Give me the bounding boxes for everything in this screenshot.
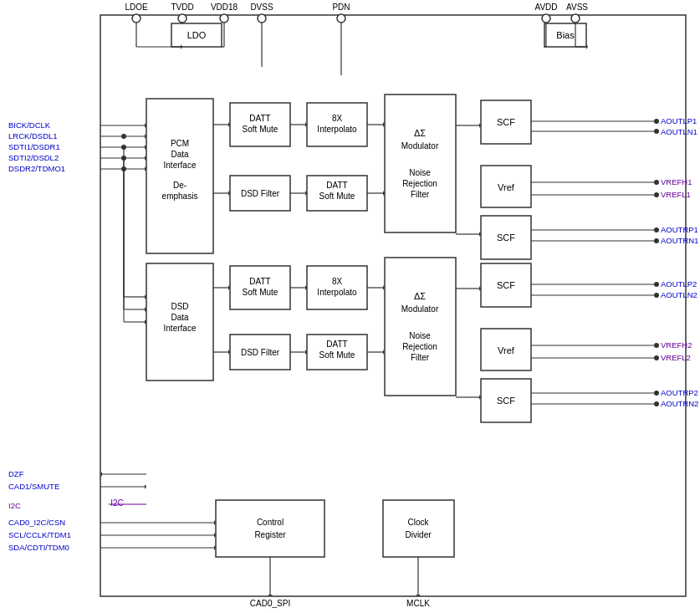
svg-text:Register: Register	[254, 530, 286, 539]
svg-text:Modulator: Modulator	[401, 141, 439, 151]
svg-text:DVSS: DVSS	[250, 3, 273, 12]
svg-text:AVSS: AVSS	[566, 3, 588, 12]
svg-text:Noise: Noise	[409, 168, 431, 177]
svg-rect-18	[146, 263, 213, 381]
svg-text:Clock: Clock	[407, 518, 429, 527]
svg-text:SDTI1/DSDR1: SDTI1/DSDR1	[8, 142, 60, 151]
svg-text:Soft Mute: Soft Mute	[319, 192, 355, 201]
svg-text:PCM: PCM	[171, 139, 189, 148]
svg-text:Soft Mute: Soft Mute	[243, 288, 278, 297]
svg-point-148	[654, 355, 659, 360]
svg-text:Vref: Vref	[498, 345, 515, 355]
svg-text:MCLK: MCLK	[406, 599, 430, 608]
svg-point-150	[654, 391, 659, 396]
svg-point-7	[571, 14, 580, 23]
svg-text:VREFH1: VREFH1	[661, 177, 692, 186]
svg-text:AOUTRN1: AOUTRN1	[661, 236, 698, 245]
svg-text:Data: Data	[171, 150, 189, 159]
svg-rect-71	[383, 500, 454, 557]
svg-text:SCF: SCF	[497, 396, 515, 406]
svg-text:Interpolato: Interpolato	[317, 288, 357, 297]
svg-text:emphasis: emphasis	[162, 192, 198, 201]
svg-text:AOUTRN2: AOUTRN2	[661, 399, 698, 408]
svg-text:De-: De-	[173, 181, 186, 190]
svg-text:Rejection: Rejection	[402, 179, 437, 188]
svg-point-142	[654, 282, 659, 287]
svg-point-146	[654, 343, 659, 348]
svg-text:ΔΣ: ΔΣ	[414, 291, 426, 301]
svg-text:Interface: Interface	[164, 324, 197, 333]
svg-text:Interpolato: Interpolato	[317, 125, 357, 134]
svg-text:VREFL2: VREFL2	[661, 353, 691, 362]
svg-text:CAD1/SMUTE: CAD1/SMUTE	[8, 482, 59, 491]
svg-text:DSD Filter: DSD Filter	[241, 189, 280, 198]
svg-text:Control: Control	[257, 518, 284, 527]
diagram-svg: LDO Bias PCM Data Interface De- emphasis…	[0, 0, 700, 613]
svg-point-3	[220, 14, 228, 23]
svg-text:8X: 8X	[332, 277, 343, 286]
svg-point-4	[258, 14, 266, 23]
svg-text:AOUTLN2: AOUTLN2	[661, 290, 697, 299]
svg-text:AOUTRP2: AOUTRP2	[661, 388, 698, 397]
svg-point-2	[178, 14, 186, 23]
svg-text:Filter: Filter	[411, 353, 430, 362]
svg-text:Noise: Noise	[409, 331, 431, 340]
svg-point-114	[654, 119, 659, 124]
svg-point-6	[542, 14, 550, 23]
svg-text:I2C: I2C	[110, 498, 124, 508]
svg-rect-56	[385, 258, 456, 396]
svg-text:DATT: DATT	[326, 181, 347, 190]
svg-text:DATT: DATT	[249, 114, 270, 123]
svg-rect-68	[216, 500, 324, 557]
svg-text:VREFL1: VREFL1	[661, 190, 691, 199]
svg-text:AOUTLN1: AOUTLN1	[661, 127, 697, 136]
svg-text:VREFH2: VREFH2	[661, 340, 692, 350]
svg-text:TVDD: TVDD	[171, 3, 193, 12]
svg-text:Modulator: Modulator	[401, 304, 439, 314]
svg-rect-33	[385, 95, 456, 232]
diagram-container: LDO Bias PCM Data Interface De- emphasis…	[0, 0, 700, 613]
svg-text:AVDD: AVDD	[534, 3, 557, 12]
svg-text:Interface: Interface	[164, 161, 197, 170]
svg-text:DSDR2/TDMO1: DSDR2/TDMO1	[8, 164, 65, 173]
svg-text:Data: Data	[171, 313, 189, 322]
svg-text:8X: 8X	[332, 114, 343, 123]
svg-point-152	[654, 401, 659, 406]
svg-text:PDN: PDN	[332, 3, 350, 12]
svg-text:SCF: SCF	[497, 117, 515, 127]
svg-text:DSD: DSD	[171, 302, 188, 311]
svg-text:DSD Filter: DSD Filter	[241, 348, 280, 357]
svg-text:Divider: Divider	[405, 530, 432, 539]
svg-text:SCL/CCLK/TDM1: SCL/CCLK/TDM1	[8, 530, 71, 539]
svg-text:LDOE: LDOE	[125, 3, 148, 12]
svg-text:Soft Mute: Soft Mute	[319, 350, 355, 360]
svg-text:DATT: DATT	[249, 277, 270, 286]
svg-text:SCF: SCF	[497, 232, 515, 243]
svg-marker-156	[145, 484, 146, 489]
svg-text:SCF: SCF	[497, 280, 515, 290]
svg-point-1	[132, 14, 141, 23]
svg-text:Soft Mute: Soft Mute	[243, 125, 278, 134]
svg-text:LDO: LDO	[187, 30, 207, 40]
svg-point-5	[337, 14, 345, 23]
svg-point-84	[121, 134, 126, 139]
svg-point-116	[654, 129, 659, 134]
svg-text:SDTI2/DSDL2: SDTI2/DSDL2	[8, 153, 59, 162]
svg-rect-12	[146, 99, 213, 253]
svg-point-122	[654, 227, 659, 232]
svg-text:Bias: Bias	[556, 30, 575, 40]
svg-text:Rejection: Rejection	[402, 342, 437, 351]
svg-text:CAD0_SPI: CAD0_SPI	[250, 599, 290, 608]
svg-text:Vref: Vref	[498, 182, 515, 192]
svg-text:AOUTLP1: AOUTLP1	[661, 116, 697, 125]
svg-text:VDD18: VDD18	[211, 3, 238, 12]
svg-point-124	[654, 238, 659, 243]
svg-text:I2C: I2C	[8, 501, 21, 510]
svg-point-144	[654, 293, 659, 298]
svg-marker-212	[586, 44, 588, 49]
svg-text:DZF: DZF	[8, 469, 24, 478]
svg-text:LRCK/DSDL1: LRCK/DSDL1	[8, 131, 58, 140]
svg-text:AOUTRP1: AOUTRP1	[661, 225, 698, 234]
svg-text:BICK/DCLK: BICK/DCLK	[8, 120, 51, 130]
svg-text:ΔΣ: ΔΣ	[414, 128, 426, 138]
